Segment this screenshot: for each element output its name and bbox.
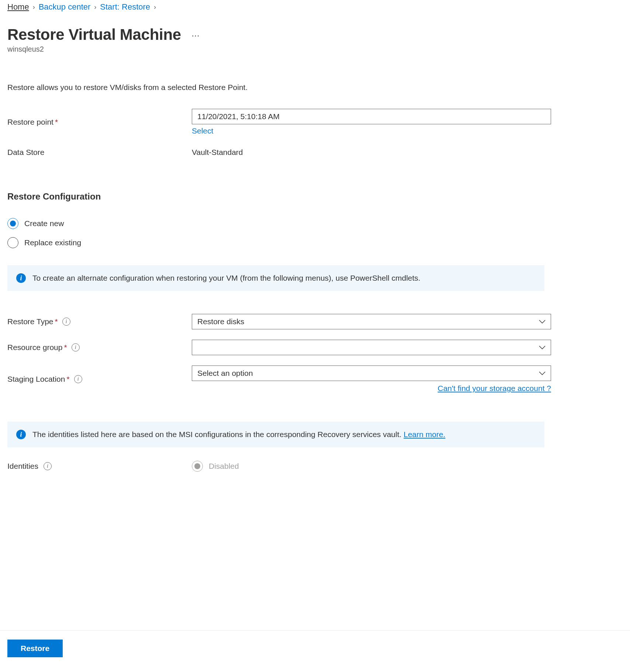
info-icon[interactable]: i [72,343,80,351]
identities-info-banner: i The identities listed here are based o… [7,422,544,447]
resource-group-dropdown[interactable] [192,340,551,355]
more-actions-button[interactable]: ⋯ [191,32,200,40]
learn-more-link[interactable]: Learn more. [404,430,445,439]
chevron-down-icon [539,371,546,375]
info-icon[interactable]: i [44,462,52,470]
page-title: Restore Virtual Machine [7,26,181,44]
storage-account-help-link[interactable]: Can't find your storage account ? [437,384,551,392]
radio-create-new[interactable]: Create new [7,218,551,229]
restore-type-label: Restore Type* i [7,317,192,326]
radio-disabled-icon [192,461,203,472]
breadcrumb-start-restore-link[interactable]: Start: Restore [100,2,150,12]
alt-config-info-text: To create an alternate configuration whe… [32,274,420,283]
restore-point-input[interactable] [192,109,551,124]
radio-selected-icon [7,218,18,229]
restore-type-value: Restore disks [197,317,244,326]
info-icon[interactable]: i [62,318,70,326]
chevron-down-icon [539,346,546,349]
info-icon[interactable]: i [74,375,82,383]
data-store-label: Data Store [7,148,192,157]
restore-button[interactable]: Restore [7,640,63,657]
chevron-down-icon [539,320,546,323]
staging-location-dropdown[interactable]: Select an option [192,366,551,381]
staging-location-placeholder: Select an option [197,369,253,378]
radio-replace-existing[interactable]: Replace existing [7,237,551,248]
radio-replace-existing-label: Replace existing [24,238,81,247]
page-description: Restore allows you to restore VM/disks f… [7,83,623,92]
restore-point-label: Restore point* [7,118,192,127]
chevron-right-icon: › [154,3,156,11]
radio-unselected-icon [7,237,18,248]
chevron-right-icon: › [33,3,35,11]
radio-create-new-label: Create new [24,219,64,228]
restore-configuration-heading: Restore Configuration [7,191,551,202]
breadcrumb: Home › Backup center › Start: Restore › [7,2,623,12]
identities-label: Identities i [7,462,192,471]
breadcrumb-home-link[interactable]: Home [7,2,29,12]
restore-type-dropdown[interactable]: Restore disks [192,314,551,329]
info-icon: i [16,273,26,283]
chevron-right-icon: › [94,3,96,11]
footer-bar: Restore [0,630,630,657]
staging-location-label: Staging Location* i [7,375,192,384]
resource-group-label: Resource group* i [7,343,192,352]
info-icon: i [16,430,26,439]
restore-point-select-link[interactable]: Select [192,127,213,135]
alt-config-info-banner: i To create an alternate configuration w… [7,265,544,291]
identities-disabled-label: Disabled [209,462,239,471]
breadcrumb-backup-center-link[interactable]: Backup center [39,2,91,12]
identities-info-text: The identities listed here are based on … [32,430,445,439]
page-subtitle: winsqleus2 [7,45,623,53]
data-store-value: Vault-Standard [192,148,551,157]
restore-config-radio-group: Create new Replace existing [7,218,551,248]
